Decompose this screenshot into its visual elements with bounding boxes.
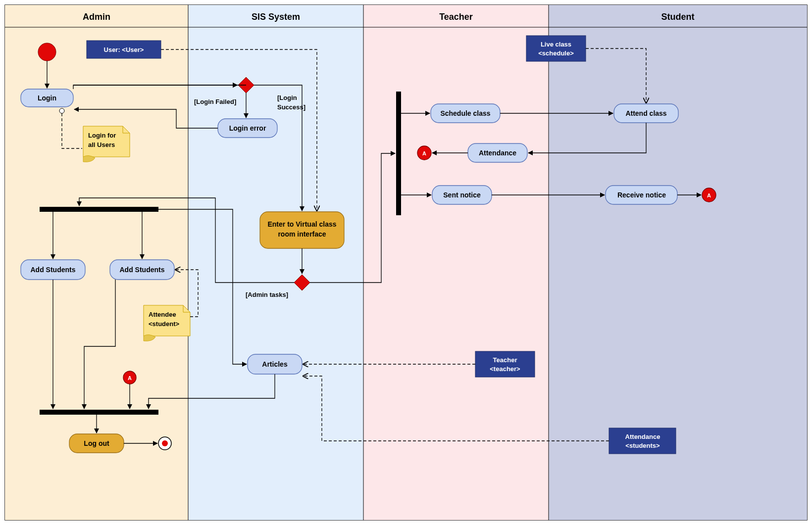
svg-text:A: A	[422, 150, 426, 156]
lane-teacher	[363, 5, 549, 520]
object-att-stud-l2: <students>	[625, 442, 660, 449]
activity-attendance-label: Attendance	[479, 149, 516, 157]
lane-student	[549, 5, 807, 520]
activity-diagram: Admin SIS System Teacher Student Login U…	[0, 0, 812, 525]
activity-receive-notice-label: Receive notice	[617, 191, 666, 199]
lane-sis	[188, 5, 363, 520]
guard-login-failed: [Login Failed]	[194, 98, 236, 105]
object-live-class	[526, 36, 586, 61]
activity-add-students-2-label: Add Students	[120, 266, 165, 274]
guard-admin-tasks: [Admin tasks]	[246, 291, 288, 298]
activity-login-error-label: Login error	[229, 124, 266, 132]
join-admin	[40, 410, 158, 415]
activity-logout-label: Log out	[84, 439, 109, 447]
activity-enter-vcr-l2: room interface	[278, 230, 326, 238]
guard-login-success-l2: Success]	[277, 103, 305, 111]
svg-text:A: A	[128, 375, 132, 381]
activity-attend-class-label: Attend class	[625, 109, 666, 117]
initial-node	[38, 43, 56, 61]
lane-student-title: Student	[661, 12, 695, 22]
object-teacher	[475, 351, 535, 377]
activity-add-students-1-label: Add Students	[31, 266, 76, 274]
svg-point-9	[59, 108, 64, 113]
lane-admin-title: Admin	[83, 12, 110, 22]
activity-schedule-class-label: Schedule class	[440, 109, 490, 117]
object-teacher-l2: <teacher>	[490, 365, 520, 373]
object-attendance-students	[609, 428, 676, 454]
activity-sent-notice-label: Sent notice	[443, 191, 481, 199]
object-live-class-l2: <schedule>	[538, 49, 574, 57]
svg-point-6	[162, 440, 168, 446]
fork-teacher	[396, 92, 401, 215]
activity-enter-vcr-l1: Enter to Virtual class	[267, 220, 336, 228]
note-attendee-l1: Attendee	[149, 311, 176, 318]
lane-teacher-title: Teacher	[439, 12, 473, 22]
note-attendee-l2: <student>	[149, 320, 180, 328]
activity-articles-label: Articles	[262, 360, 288, 368]
object-live-class-l1: Live class	[541, 41, 571, 48]
object-att-stud-l1: Attendance	[625, 433, 660, 440]
lane-sis-title: SIS System	[252, 12, 300, 22]
object-user-label: User: <User>	[104, 46, 144, 53]
note-login-all-l1: Login for	[88, 132, 116, 139]
object-teacher-l1: Teacher	[493, 356, 517, 364]
svg-text:A: A	[707, 192, 711, 198]
note-login-all-l2: all Users	[88, 141, 115, 148]
guard-login-success-l1: [Login	[277, 94, 297, 101]
fork-admin	[40, 207, 158, 212]
activity-login-label: Login	[38, 94, 56, 102]
